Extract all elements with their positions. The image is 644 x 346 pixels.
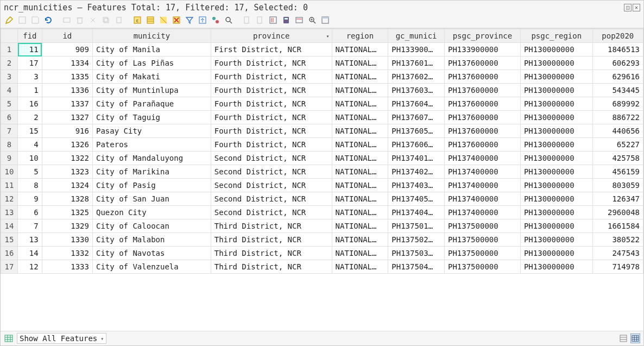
cell-psgc-region[interactable]: PH130000000 — [520, 233, 592, 247]
cell-psgc-province[interactable]: PH137500000 — [444, 233, 520, 247]
table-row[interactable]: 5161337City of ParañaqueFourth District,… — [1, 97, 643, 111]
row-number-cell[interactable]: 12 — [1, 192, 18, 206]
cell-region[interactable]: NATIONAL… — [332, 206, 388, 219]
cell-province[interactable]: Third District, NCR — [211, 260, 332, 274]
cell-province[interactable]: Fourth District, NCR — [211, 138, 332, 152]
cell-psgc-region[interactable]: PH130000000 — [520, 247, 592, 260]
cell-province[interactable]: Fourth District, NCR — [211, 124, 332, 138]
dock-table-icon[interactable] — [320, 15, 331, 26]
cell-psgc-region[interactable]: PH130000000 — [520, 124, 592, 138]
cell-id[interactable]: 1336 — [42, 84, 92, 97]
cell-fid[interactable]: 1 — [18, 84, 42, 97]
row-number-cell[interactable]: 7 — [1, 124, 18, 138]
cell-fid[interactable]: 14 — [18, 247, 42, 260]
table-row[interactable]: 1291328City of San JuanSecond District, … — [1, 192, 643, 206]
table-row[interactable]: 715916Pasay CityFourth District, NCRNATI… — [1, 124, 643, 138]
row-number-cell[interactable]: 15 — [1, 233, 18, 247]
reload-icon[interactable] — [43, 15, 54, 26]
cell-psgc-region[interactable]: PH130000000 — [520, 219, 592, 233]
cell-municity[interactable]: Pateros — [92, 138, 211, 152]
actions-icon[interactable] — [307, 15, 318, 26]
cell-id[interactable]: 1328 — [42, 192, 92, 206]
cell-psgc-municity[interactable]: PH137401… — [388, 152, 445, 165]
cell-id[interactable]: 909 — [42, 43, 92, 56]
cell-psgc-province[interactable]: PH137600000 — [444, 138, 520, 152]
cell-id[interactable]: 916 — [42, 124, 92, 138]
row-number-cell[interactable]: 5 — [1, 97, 18, 111]
cell-psgc-region[interactable]: PH130000000 — [520, 111, 592, 124]
cell-fid[interactable]: 4 — [18, 138, 42, 152]
cell-pop2020[interactable]: 803059 — [592, 179, 643, 192]
cell-pop2020[interactable]: 606293 — [592, 56, 643, 70]
row-number-cell[interactable]: 4 — [1, 84, 18, 97]
cell-psgc-region[interactable]: PH130000000 — [520, 206, 592, 219]
cell-fid[interactable]: 10 — [18, 152, 42, 165]
add-feature-icon[interactable] — [61, 15, 72, 26]
cell-pop2020[interactable]: 65227 — [592, 138, 643, 152]
cell-municity[interactable]: City of Manila — [92, 43, 211, 56]
cell-id[interactable]: 1330 — [42, 233, 92, 247]
paste-icon[interactable] — [113, 15, 124, 26]
table-view-icon[interactable] — [630, 334, 640, 343]
organize-columns-icon[interactable] — [268, 15, 279, 26]
select-all-icon[interactable] — [145, 15, 156, 26]
cell-psgc-province[interactable]: PH137400000 — [444, 206, 520, 219]
close-icon[interactable]: ✕ — [633, 4, 640, 11]
row-number-cell[interactable]: 16 — [1, 247, 18, 260]
table-row[interactable]: 1471329City of CaloocanThird District, N… — [1, 219, 643, 233]
table-row[interactable]: 17121333City of ValenzuelaThird District… — [1, 260, 643, 274]
cell-fid[interactable]: 3 — [18, 70, 42, 84]
cell-id[interactable]: 1324 — [42, 179, 92, 192]
row-number-cell[interactable]: 14 — [1, 219, 18, 233]
cell-municity[interactable]: City of Valenzuela — [92, 260, 211, 274]
table-row[interactable]: 621327City of TaguigFourth District, NCR… — [1, 111, 643, 124]
cell-psgc-province[interactable]: PH133900000 — [444, 43, 520, 56]
cell-municity[interactable]: City of Mandaluyong — [92, 152, 211, 165]
cell-pop2020[interactable]: 629616 — [592, 70, 643, 84]
cell-region[interactable]: NATIONAL… — [332, 152, 388, 165]
table-view-mode-icon[interactable] — [4, 334, 14, 343]
cell-province[interactable]: Second District, NCR — [211, 152, 332, 165]
cell-fid[interactable]: 7 — [18, 219, 42, 233]
row-number-cell[interactable]: 9 — [1, 152, 18, 165]
cell-province[interactable]: Third District, NCR — [211, 233, 332, 247]
cell-pop2020[interactable]: 1661584 — [592, 219, 643, 233]
cell-psgc-province[interactable]: PH137500000 — [444, 219, 520, 233]
col-header-psgc-region[interactable]: psgc_region — [520, 29, 592, 43]
delete-selected-icon[interactable] — [74, 15, 85, 26]
cell-psgc-municity[interactable]: PH137605… — [388, 124, 445, 138]
cell-psgc-municity[interactable]: PH133900… — [388, 43, 445, 56]
zoom-to-selected-icon[interactable] — [223, 15, 234, 26]
cell-region[interactable]: NATIONAL… — [332, 43, 388, 56]
cell-psgc-region[interactable]: PH130000000 — [520, 70, 592, 84]
cell-id[interactable]: 1326 — [42, 138, 92, 152]
cell-psgc-province[interactable]: PH137400000 — [444, 179, 520, 192]
cell-psgc-municity[interactable]: PH137602… — [388, 70, 445, 84]
table-row[interactable]: 841326PaterosFourth District, NCRNATIONA… — [1, 138, 643, 152]
cell-fid[interactable]: 6 — [18, 206, 42, 219]
cell-province[interactable]: First District, NCR — [211, 43, 332, 56]
cell-psgc-province[interactable]: PH137600000 — [444, 56, 520, 70]
cell-psgc-province[interactable]: PH137400000 — [444, 192, 520, 206]
col-header-psgc-province[interactable]: psgc_province — [444, 29, 520, 43]
feature-filter-combo[interactable]: Show All Features ▾ — [17, 333, 106, 344]
cell-psgc-municity[interactable]: PH137405… — [388, 192, 445, 206]
cell-id[interactable]: 1337 — [42, 97, 92, 111]
cell-psgc-region[interactable]: PH130000000 — [520, 260, 592, 274]
cell-pop2020[interactable]: 543445 — [592, 84, 643, 97]
cell-municity[interactable]: City of Malabon — [92, 233, 211, 247]
save-edits-icon[interactable] — [30, 15, 41, 26]
cell-psgc-region[interactable]: PH130000000 — [520, 84, 592, 97]
cell-municity[interactable]: City of Navotas — [92, 247, 211, 260]
row-number-cell[interactable]: 3 — [1, 70, 18, 84]
col-header-id[interactable]: id — [42, 29, 92, 43]
cell-municity[interactable]: City of Muntinlupa — [92, 84, 211, 97]
cell-id[interactable]: 1325 — [42, 206, 92, 219]
cell-province[interactable]: Second District, NCR — [211, 165, 332, 179]
cell-region[interactable]: NATIONAL… — [332, 247, 388, 260]
cell-fid[interactable]: 12 — [18, 260, 42, 274]
cell-province[interactable]: Third District, NCR — [211, 219, 332, 233]
table-row[interactable]: 16141332City of NavotasThird District, N… — [1, 247, 643, 260]
cell-psgc-municity[interactable]: PH137603… — [388, 84, 445, 97]
cell-id[interactable]: 1334 — [42, 56, 92, 70]
